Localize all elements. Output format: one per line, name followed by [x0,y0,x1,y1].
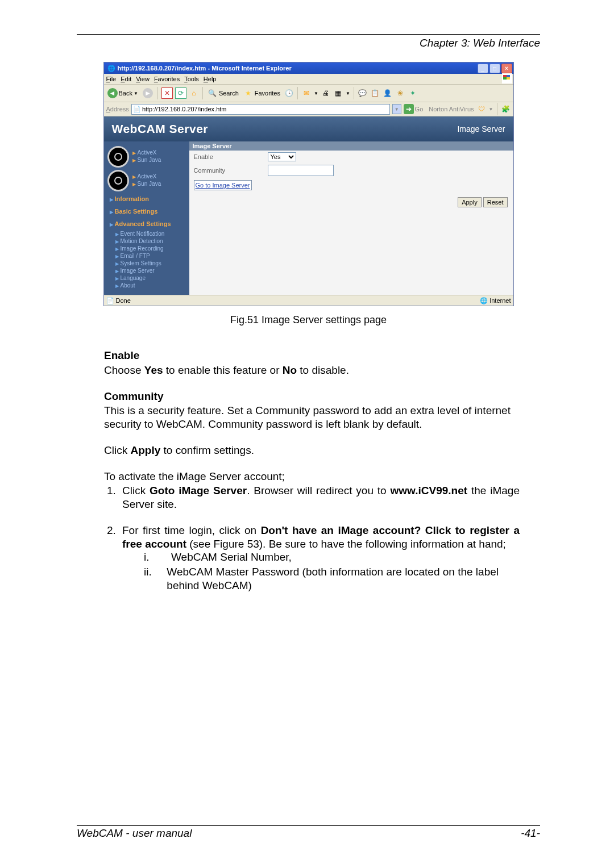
figure-caption: Fig.51 Image Server settings page [77,314,540,326]
step2-i: i.WebCAM Serial Number, [144,550,520,564]
page-icon: 📄 [133,106,141,113]
step2-ii: ii.WebCAM Master Password (both informat… [144,565,520,592]
apply-button[interactable]: Apply [458,197,482,207]
search-button[interactable]: 🔍Search [206,87,240,99]
address-input[interactable]: 📄 http://192.168.0.207/index.htm [131,104,390,115]
favorites-button[interactable]: ★Favorites [242,87,281,99]
enable-paragraph: Choose Yes to enable this feature or No … [104,364,520,377]
community-input[interactable] [268,165,334,176]
enable-label: Enable [194,153,268,160]
activate-paragraph: To activate the iMage Server account; [104,470,520,483]
norton-icon[interactable]: 🛡 [476,104,487,114]
reset-button[interactable]: Reset [483,197,508,207]
address-label: Address [106,106,129,112]
sidebar-event-notification[interactable]: ▶Event Notification [104,230,189,237]
zone-text: Internet [489,297,511,304]
menu-view[interactable]: View [136,76,150,82]
window-title: http://192.168.0.207/index.htm - Microso… [118,65,292,72]
cam2-sunjava[interactable]: ▶Sun Java [132,181,161,188]
footer-left: WebCAM - user manual [77,827,192,840]
titlebar: 🌐 http://192.168.0.207/index.htm - Micro… [104,62,513,74]
back-button[interactable]: ◄Back▼ [106,87,139,99]
sidebar-language[interactable]: ▶Language [104,274,189,282]
print-icon[interactable]: 🖨 [321,88,331,98]
camera2-icon [107,170,129,191]
discuss-icon[interactable]: 💬 [358,88,368,98]
links-icon[interactable]: 🧩 [501,104,511,114]
enable-select[interactable]: Yes [268,152,296,161]
apply-paragraph: Click Apply to confirm settings. [104,444,520,457]
status-bar: 📄 Done 🌐 Internet [104,295,513,306]
sidebar-email-ftp[interactable]: ▶Email / FTP [104,252,189,260]
minimize-button[interactable]: _ [478,64,488,73]
step-2: For first time login, click on Don't hav… [119,524,520,592]
research-icon[interactable]: 📋 [370,88,380,98]
sidebar-information[interactable]: ▶Information [104,193,189,205]
norton-antivirus[interactable]: Norton AntiVirus [429,106,474,112]
sidebar-image-server[interactable]: ▶Image Server [104,267,189,274]
footer-right: -41- [521,827,540,840]
maximize-button[interactable]: □ [489,64,500,73]
forward-button[interactable]: ► [142,87,154,99]
community-paragraph: This is a security feature. Set a Commun… [104,404,520,431]
ie-page-icon: 🌐 [107,65,115,72]
sidebar-motion-detection[interactable]: ▶Motion Detection [104,237,189,245]
app-header: WebCAM Server Image Server [104,116,513,141]
panel-heading: Image Server [189,141,513,151]
svg-rect-3 [503,77,507,80]
step-1: Click Goto iMage Server. Browser will re… [119,484,520,511]
history-icon[interactable]: 🕓 [284,88,294,98]
toolbar: ◄Back▼ ► ✕ ⟳ ⌂ 🔍Search ★Favorites 🕓 ✉▼ 🖨… [104,85,513,102]
stop-icon[interactable]: ✕ [161,87,173,99]
zone-icon: 🌐 [480,297,488,304]
ie-window: 🌐 http://192.168.0.207/index.htm - Micro… [103,62,514,306]
ie-flag-icon [502,73,512,84]
sidebar-system-settings[interactable]: ▶System Settings [104,260,189,267]
menu-tools[interactable]: Tools [184,76,199,82]
go-button[interactable]: ➔Go [404,104,424,114]
cam1-sunjava[interactable]: ▶Sun Java [132,157,161,164]
sidebar-about[interactable]: ▶About [104,282,189,289]
menu-edit[interactable]: Edit [121,76,131,82]
page-footer: WebCAM - user manual -41- [77,825,540,840]
camera1-icon [107,146,129,168]
mail-icon[interactable]: ✉ [301,88,312,98]
menu-file[interactable]: File [106,76,117,82]
extra-icon-1[interactable]: ❀ [395,88,405,98]
address-bar: Address 📄 http://192.168.0.207/index.htm… [104,102,513,116]
refresh-icon[interactable]: ⟳ [175,87,186,99]
cam1-activex[interactable]: ▶ActiveX [132,149,161,157]
enable-heading: Enable [104,349,520,362]
extra-icon-2[interactable]: ✦ [408,88,418,98]
sidebar-basic-settings[interactable]: ▶Basic Settings [104,205,189,218]
menu-bar: File Edit View Favorites Tools Help [104,74,513,85]
go-to-image-server-link[interactable]: Go to Image Server [196,182,250,189]
chapter-title: Chapter 3: Web Interface [77,37,540,49]
close-button[interactable]: × [501,64,512,73]
community-heading: Community [104,390,520,403]
cam2-activex[interactable]: ▶ActiveX [132,173,161,181]
status-done: Done [116,297,131,304]
address-dropdown-icon[interactable]: ▼ [392,104,401,114]
menu-favorites[interactable]: Favorites [154,76,180,82]
svg-rect-2 [507,75,510,77]
sidebar: ▶ActiveX ▶Sun Java ▶ActiveX ▶Sun Java ▶I… [104,141,189,295]
messenger-icon[interactable]: 👤 [383,88,393,98]
svg-rect-4 [507,77,510,80]
community-label: Community [194,167,268,174]
header-right-label: Image Server [457,124,505,133]
edit-icon[interactable]: ▦ [333,88,343,98]
home-icon[interactable]: ⌂ [189,88,199,98]
content-panel: Image Server Enable Yes Community Go to … [189,141,513,295]
status-done-icon: 📄 [106,297,114,304]
menu-help[interactable]: Help [204,76,217,82]
sidebar-advanced-settings[interactable]: ▶Advanced Settings [104,218,189,230]
svg-rect-1 [503,75,507,77]
app-title: WebCAM Server [112,122,458,136]
sidebar-image-recording[interactable]: ▶Image Recording [104,245,189,252]
